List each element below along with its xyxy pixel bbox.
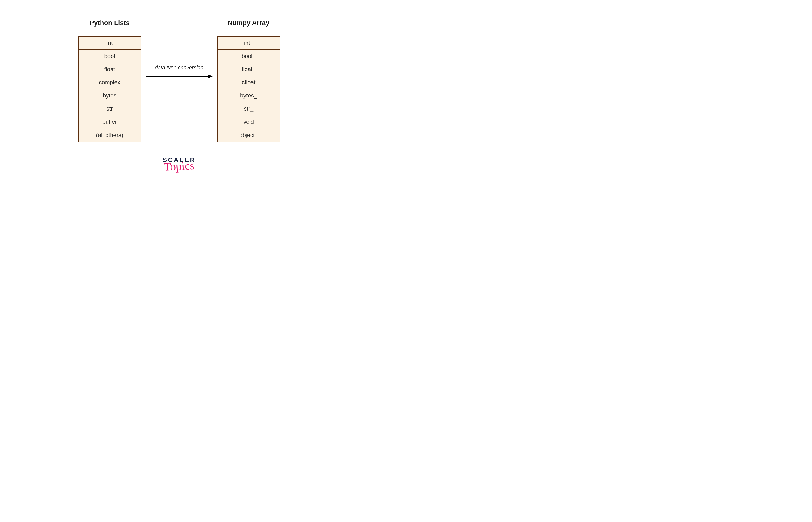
type-cell: object_: [218, 128, 280, 142]
svg-marker-1: [208, 75, 212, 78]
right-column: Numpy Array int_ bool_ float_ cfloat byt…: [217, 19, 280, 142]
type-cell: buffer: [79, 115, 141, 128]
arrow-icon: [146, 74, 212, 79]
logo: SCALER Topics: [162, 156, 196, 173]
type-cell: complex: [79, 76, 141, 89]
type-cell: void: [218, 115, 280, 128]
arrow-label: data type conversion: [155, 64, 203, 71]
numpy-types-list: int_ bool_ float_ cfloat bytes_ str_ voi…: [217, 36, 280, 142]
type-cell: (all others): [79, 128, 141, 142]
type-cell: str_: [218, 102, 280, 115]
type-cell: str: [79, 102, 141, 115]
type-cell: bytes: [79, 89, 141, 102]
right-column-title: Numpy Array: [228, 19, 270, 27]
type-cell: int: [79, 37, 141, 50]
type-cell: float: [79, 63, 141, 76]
left-column-title: Python Lists: [89, 19, 130, 27]
logo-topics-text: Topics: [164, 159, 195, 174]
python-types-list: int bool float complex bytes str buffer …: [78, 36, 141, 142]
type-cell: float_: [218, 63, 280, 76]
type-cell: cfloat: [218, 76, 280, 89]
type-cell: bool: [79, 50, 141, 63]
arrow-section: data type conversion: [141, 19, 217, 79]
type-cell: int_: [218, 37, 280, 50]
diagram-container: Python Lists int bool float complex byte…: [0, 19, 358, 142]
type-cell: bytes_: [218, 89, 280, 102]
type-cell: bool_: [218, 50, 280, 63]
left-column: Python Lists int bool float complex byte…: [78, 19, 141, 142]
